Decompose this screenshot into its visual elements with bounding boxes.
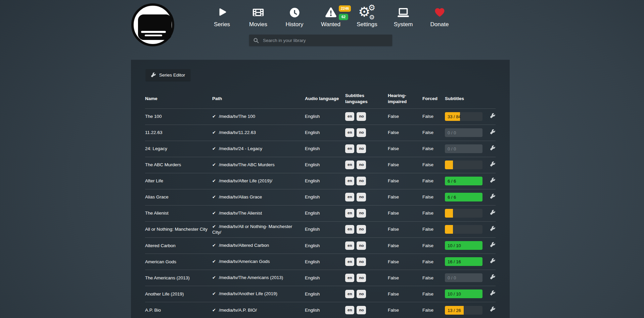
series-table: Name Path Audio language Subtitles langu… [145, 89, 496, 318]
wrench-icon[interactable] [490, 226, 496, 233]
forced-value: False [422, 291, 433, 297]
gears-icon: ⚙⚙⚙ [349, 5, 385, 20]
column-header-audio-language: Audio language [305, 89, 345, 108]
series-name: American Gods [145, 259, 176, 264]
subtitles-progress: 6 / 6 [445, 193, 482, 201]
series-path: /media/tv/Altered Carbon [219, 243, 269, 248]
language-badge: no [357, 290, 366, 299]
subtitles-progress-fill [445, 225, 453, 234]
language-badge: no [357, 144, 366, 153]
series-name: Alias Grace [145, 194, 169, 199]
subtitles-languages: enno [345, 157, 388, 173]
series-editor-button[interactable]: Series Editor [146, 69, 190, 81]
subtitles-progress-label: 0 / 0 [448, 144, 456, 153]
wrench-icon[interactable] [490, 113, 496, 120]
wrench-icon[interactable] [490, 290, 496, 298]
table-row: The 100 ✔/media/tv/The 100 English enno … [145, 108, 496, 125]
series-path: /media/tv/The Alienist [219, 211, 262, 216]
wrench-icon[interactable] [490, 145, 496, 152]
check-icon: ✔ [212, 211, 216, 216]
check-icon: ✔ [212, 259, 216, 264]
app-logo[interactable] [131, 3, 174, 46]
hearing-impaired-value: False [388, 243, 399, 248]
wrench-icon[interactable] [490, 194, 496, 201]
check-icon: ✔ [212, 275, 216, 280]
hearing-impaired-value: False [388, 146, 399, 151]
nav-item-movies[interactable]: Movies [240, 5, 276, 28]
wrench-icon[interactable] [490, 129, 496, 136]
search-input[interactable] [262, 38, 388, 43]
language-badge: en [345, 241, 354, 250]
forced-value: False [422, 243, 433, 248]
subtitles-languages: enno [345, 237, 388, 254]
nav-item-series[interactable]: Series [204, 5, 240, 28]
nav-label: System [385, 21, 421, 28]
language-badge: no [357, 193, 366, 201]
film-icon [240, 5, 276, 20]
subtitles-languages: enno [345, 254, 388, 270]
hearing-impaired-value: False [388, 162, 399, 167]
audio-language: English [305, 243, 320, 248]
language-badge: no [357, 306, 366, 315]
subtitles-progress-label: 13 / 26 [448, 306, 461, 315]
column-header-actions [490, 89, 496, 108]
series-name: After Life [145, 178, 163, 183]
language-badge: no [357, 258, 366, 266]
check-icon: ✔ [212, 162, 216, 167]
language-badge: no [357, 274, 366, 282]
series-path: /media/tv/All or Nothing- Manchester Cit… [212, 224, 292, 235]
forced-value: False [422, 146, 433, 151]
column-header-subtitles-languages: Subtitles languages [345, 89, 388, 108]
wrench-icon[interactable] [490, 307, 496, 314]
wrench-icon[interactable] [490, 258, 496, 265]
audio-language: English [305, 211, 320, 216]
subtitles-progress: 13 / 26 [445, 306, 482, 315]
subtitles-languages: enno [345, 270, 388, 286]
table-row: Altered Carbon ✔/media/tv/Altered Carbon… [145, 237, 496, 254]
wrench-icon [151, 73, 156, 78]
subtitles-progress: 0 / 0 [445, 144, 482, 153]
wrench-icon[interactable] [490, 274, 496, 281]
language-badge: en [345, 128, 354, 137]
nav-item-history[interactable]: History [276, 5, 313, 28]
table-row: The Americans (2013) ✔/media/tv/The Amer… [145, 270, 496, 286]
language-badge: no [357, 241, 366, 250]
nav-label: Settings [349, 21, 385, 28]
nav-item-system[interactable]: System [385, 5, 421, 28]
nav-label: Wanted [313, 21, 349, 28]
series-path: /media/tv/After Life (2019)/ [219, 178, 272, 183]
subtitles-progress-label: 10 / 10 [448, 289, 461, 298]
table-row: All or Nothing: Manchester City ✔/media/… [145, 221, 496, 237]
table-row: Alias Grace ✔/media/tv/Alias Grace Engli… [145, 189, 496, 205]
forced-value: False [422, 227, 433, 232]
column-header-name: Name [145, 89, 212, 108]
language-badge: en [345, 225, 354, 234]
check-icon: ✔ [212, 114, 216, 119]
series-name: The 100 [145, 114, 162, 119]
subtitles-progress-fill [445, 161, 453, 169]
wrench-icon[interactable] [490, 210, 496, 217]
heart-icon [421, 5, 458, 20]
subtitles-languages: enno [345, 221, 388, 237]
wrench-icon[interactable] [490, 242, 496, 249]
subtitles-languages: enno [345, 125, 388, 141]
language-badge: en [345, 193, 354, 201]
nav-item-settings[interactable]: ⚙⚙⚙ Settings [349, 5, 385, 28]
series-name: Another Life (2019) [145, 291, 184, 297]
audio-language: English [305, 275, 320, 280]
series-path: /media/tv/A.P. BIO/ [219, 308, 257, 313]
hearing-impaired-value: False [388, 178, 399, 183]
nav-item-donate[interactable]: Donate [421, 5, 458, 28]
subtitles-progress [445, 161, 482, 169]
nav-item-wanted[interactable]: Wanted 2246 62 [313, 5, 349, 28]
wrench-icon[interactable] [490, 178, 496, 185]
subtitles-progress-label: 10 / 10 [448, 241, 461, 250]
subtitles-progress: 0 / 0 [445, 273, 482, 282]
wrench-icon[interactable] [490, 162, 496, 169]
forced-value: False [422, 259, 433, 264]
subtitles-progress-label: 16 / 16 [448, 257, 461, 266]
language-badge: no [357, 209, 366, 218]
nav-label: Movies [240, 21, 276, 28]
column-header-subtitles: Subtitles [445, 89, 490, 108]
search-bar [249, 35, 392, 46]
